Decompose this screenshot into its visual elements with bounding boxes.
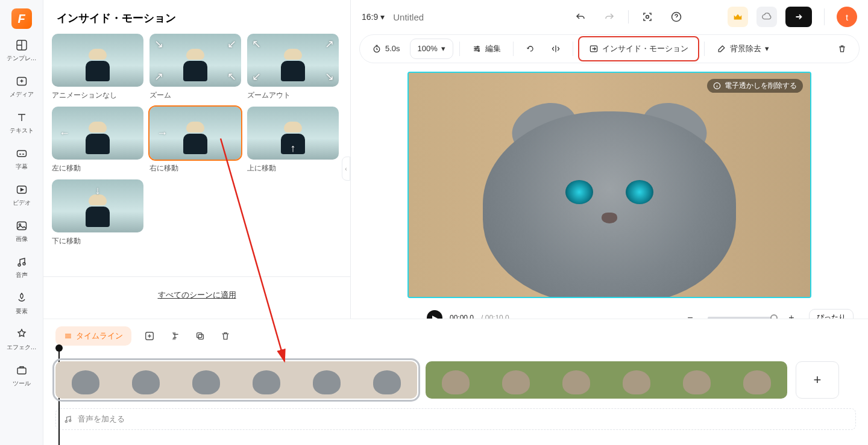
nav-label: テキスト — [10, 126, 34, 135]
edit-label: 編集 — [485, 43, 501, 54]
split-button[interactable] — [168, 329, 182, 343]
nav-label: 字幕 — [16, 163, 28, 171]
sliders-icon — [472, 44, 482, 54]
topbar: 16:9 ▾ t — [351, 0, 868, 34]
nav-label: ビデオ — [13, 199, 31, 207]
svg-point-5 — [19, 224, 20, 226]
redo-button[interactable] — [599, 7, 620, 27]
zoom-value: 100% — [418, 44, 438, 53]
preset-zoom[interactable]: ↘ ↙ ↗ ↖ ズーム — [149, 34, 241, 101]
bg-remove-label: 背景除去 — [730, 43, 761, 54]
nav-label: テンプレ… — [7, 54, 37, 63]
add-clip-button[interactable] — [142, 329, 157, 343]
add-audio-row[interactable]: 音声を加える — [55, 408, 856, 430]
preset-move-right[interactable]: → 右に移動 — [149, 107, 241, 173]
bg-remove-button[interactable]: 背景除去 ▾ — [711, 39, 775, 59]
undo-button[interactable] — [570, 7, 591, 27]
arrow-down-icon: ↓ — [95, 184, 101, 197]
remove-watermark-button[interactable]: 電子透かしを削除する — [707, 79, 803, 93]
app-logo[interactable]: F — [11, 8, 32, 29]
duplicate-button[interactable] — [193, 329, 207, 343]
playhead[interactable] — [55, 344, 63, 352]
nav-effects[interactable]: エフェク… — [4, 323, 40, 354]
rotate-ccw-button[interactable] — [520, 39, 541, 59]
motion-icon — [589, 44, 599, 54]
delete-clip-button[interactable] — [218, 329, 233, 343]
video-icon — [15, 183, 28, 196]
help-button[interactable] — [666, 7, 687, 27]
user-avatar[interactable]: t — [837, 7, 857, 27]
eraser-icon — [717, 44, 726, 54]
preview-frame[interactable]: 電子透かしを削除する — [407, 72, 811, 298]
preset-label: 下に移動 — [52, 236, 143, 246]
nav-label: ツール — [13, 379, 31, 388]
clip-02[interactable]: 02 — [426, 361, 787, 399]
nav-video[interactable]: ビデオ — [4, 178, 40, 210]
arrow-out-icon: ↘ — [325, 70, 334, 83]
preset-move-left[interactable]: ← 左に移動 — [52, 107, 143, 173]
inside-motion-button[interactable]: インサイド・モーション — [583, 39, 694, 59]
svg-point-20 — [65, 420, 67, 422]
project-title-input[interactable] — [393, 12, 514, 22]
premium-button[interactable] — [728, 7, 748, 27]
cloud-sync-button[interactable] — [756, 7, 777, 27]
info-icon — [713, 82, 721, 90]
collapse-panel-handle[interactable]: ‹ — [342, 157, 350, 181]
timeline-tab-label: タイムライン — [76, 331, 123, 341]
svg-point-21 — [69, 420, 71, 422]
nav-image[interactable]: 画像 — [4, 214, 40, 246]
text-icon — [15, 111, 28, 124]
nav-label: エフェク… — [7, 343, 37, 352]
duration-button[interactable]: 5.0s — [366, 39, 406, 59]
aspect-ratio-select[interactable]: 16:9 ▾ — [362, 12, 385, 22]
image-icon — [15, 219, 28, 232]
nav-templates[interactable]: テンプレ… — [4, 34, 40, 65]
nav-media[interactable]: メディア — [4, 70, 40, 101]
bottom-area: タイムライン 01 02 + 音声を加える — [43, 319, 868, 445]
arrow-out-icon: ↖ — [252, 37, 261, 51]
preview-content — [409, 73, 810, 297]
preset-none[interactable]: アニメーションなし — [52, 34, 143, 101]
arrow-up-icon: ↑ — [291, 142, 296, 155]
chevron-down-icon: ▾ — [765, 44, 769, 53]
preset-zoom-out[interactable]: ↖ ↗ ↙ ↘ ズームアウト — [247, 34, 339, 101]
timeline-icon — [64, 332, 72, 340]
timeline-tab[interactable]: タイムライン — [55, 326, 131, 346]
timeline-ruler[interactable] — [55, 349, 856, 355]
delete-button[interactable] — [831, 39, 853, 59]
nav-audio[interactable]: 音声 — [4, 251, 40, 282]
arrow-right-icon: → — [157, 127, 168, 140]
trash-icon — [837, 44, 847, 54]
svg-point-13 — [475, 48, 476, 49]
preset-label: ズームアウト — [247, 90, 339, 101]
edit-button[interactable]: 編集 — [466, 39, 507, 59]
preset-move-down[interactable]: ↓ 下に移動 — [52, 179, 143, 246]
music-note-icon — [63, 414, 73, 424]
flip-button[interactable] — [545, 39, 567, 59]
nav-rail: F テンプレ… メディア テキスト 字幕 ビデオ 画像 音声 要素 エフェク… … — [0, 0, 43, 445]
templates-icon — [15, 39, 28, 52]
nav-tools[interactable]: ツール — [4, 359, 40, 390]
preset-label: アニメーションなし — [52, 90, 143, 101]
clip-01[interactable]: 01 — [55, 361, 417, 399]
preset-label: 上に移動 — [247, 163, 339, 173]
nav-label: 画像 — [16, 235, 28, 243]
preset-move-up[interactable]: ↑ 上に移動 — [247, 107, 339, 173]
arrow-left-icon: ← — [59, 127, 70, 140]
svg-rect-19 — [198, 334, 203, 339]
nav-text[interactable]: テキスト — [4, 106, 40, 137]
nav-label: 要素 — [16, 307, 28, 316]
zoom-select[interactable]: 100% ▾ — [410, 39, 453, 59]
elements-icon — [15, 291, 28, 305]
scan-button[interactable] — [637, 7, 658, 27]
export-button[interactable] — [785, 7, 812, 27]
nav-elements[interactable]: 要素 — [4, 287, 40, 318]
arrow-out-icon: ↙ — [252, 70, 261, 83]
preset-label: 左に移動 — [52, 163, 143, 173]
apply-all-link[interactable]: すべてのシーンに適用 — [158, 290, 236, 300]
nav-subtitles[interactable]: 字幕 — [4, 142, 40, 173]
flip-icon — [551, 44, 561, 54]
add-scene-button[interactable]: + — [796, 361, 839, 399]
svg-rect-2 — [17, 151, 26, 157]
arrow-in-icon: ↖ — [227, 70, 236, 83]
